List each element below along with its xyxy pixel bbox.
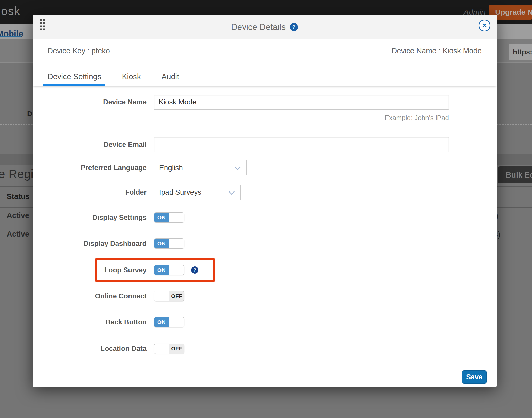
save-button[interactable]: Save [462,370,487,384]
modal-title: Device Details [231,22,286,32]
online-connect-label: Online Connect [33,292,154,300]
preferred-language-value: English [159,164,183,172]
back-button-toggle[interactable]: ON [154,317,184,327]
toggle-knob [169,265,184,275]
modal-help-icon[interactable]: ? [290,23,298,31]
table-row-status: Active [7,230,29,238]
preferred-language-select[interactable]: English [154,160,247,175]
location-data-toggle[interactable]: OFF [154,344,184,354]
modal-header: Device Details ? ✕ [33,15,497,39]
device-name-row: Device Name [33,95,497,110]
device-email-row: Device Email [33,137,497,152]
device-name-input[interactable] [154,95,449,110]
device-settings-form: Device Name Example: John's iPad Device … [33,95,497,384]
brand-logo: osk [1,4,20,18]
toggle-state-text: OFF [169,291,184,301]
preferred-language-label: Preferred Language [33,164,154,172]
loop-survey-row: Loop Survey ON ? [33,265,497,275]
online-connect-toggle[interactable]: OFF [154,291,184,301]
bulk-edit-button[interactable]: Bulk Edit [498,166,532,183]
loop-survey-help-icon[interactable]: ? [191,266,198,274]
chevron-down-icon [229,189,235,195]
loop-survey-label: Loop Survey [33,266,154,274]
toggle-knob [169,317,184,327]
preferred-language-row: Preferred Language English [33,160,497,175]
table-row-status: Active [7,211,29,220]
folder-value: Ipad Surveys [159,188,201,196]
display-dashboard-toggle[interactable]: ON [154,238,184,249]
toggle-state-text: ON [154,317,169,327]
device-email-label: Device Email [33,141,154,149]
folder-label: Folder [33,188,154,196]
tab-audit[interactable]: Audit [157,72,183,86]
device-details-modal: Device Details ? ✕ Device Key : pteko De… [33,15,497,387]
column-header-fragment: D [27,110,32,118]
chevron-down-icon [235,164,241,170]
status-column-header: Status [7,192,30,201]
drag-handle-icon[interactable] [40,19,45,30]
toggle-knob [169,239,184,248]
location-data-row: Location Data OFF [33,344,497,354]
tab-kiosk[interactable]: Kiosk [118,72,145,86]
close-icon[interactable]: ✕ [479,20,490,31]
screen: osk Admin Upgrade Now Mobile https:// D … [0,0,532,418]
device-key-text: Device Key : pteko [47,47,110,55]
display-dashboard-label: Display Dashboard [33,240,154,248]
online-connect-row: Online Connect OFF [33,291,497,301]
location-data-label: Location Data [33,345,154,353]
folder-select[interactable]: Ipad Surveys [154,185,241,200]
toggle-state-text: ON [154,265,169,275]
toggle-knob [154,291,169,301]
toggle-state-text: ON [154,213,169,222]
tab-device-settings[interactable]: Device Settings [43,72,105,86]
loop-survey-toggle[interactable]: ON [154,265,184,275]
device-name-label: Device Name [33,98,154,106]
display-settings-toggle[interactable]: ON [154,212,184,223]
tab-mobile-underline [0,36,21,37]
display-dashboard-row: Display Dashboard ON [33,238,497,249]
kiosk-url-field[interactable]: https:// [509,44,532,60]
device-name-text: Device Name : Kiosk Mode [391,47,482,55]
back-button-row: Back Button ON [33,317,497,327]
device-name-helper: Example: John's iPad [33,114,449,122]
footer-row: Save [33,366,497,384]
modal-tabs: Device Settings Kiosk Audit [33,63,497,86]
display-settings-row: Display Settings ON [33,212,497,223]
device-identity-row: Device Key : pteko Device Name : Kiosk M… [33,39,497,63]
display-settings-label: Display Settings [33,214,154,222]
toggle-knob [169,213,184,222]
toggle-knob [154,344,169,354]
folder-row: Folder Ipad Surveys [33,185,497,200]
toggle-state-text: OFF [169,344,184,354]
toggle-state-text: ON [154,239,169,248]
device-email-input[interactable] [154,137,449,152]
back-button-label: Back Button [33,318,154,326]
